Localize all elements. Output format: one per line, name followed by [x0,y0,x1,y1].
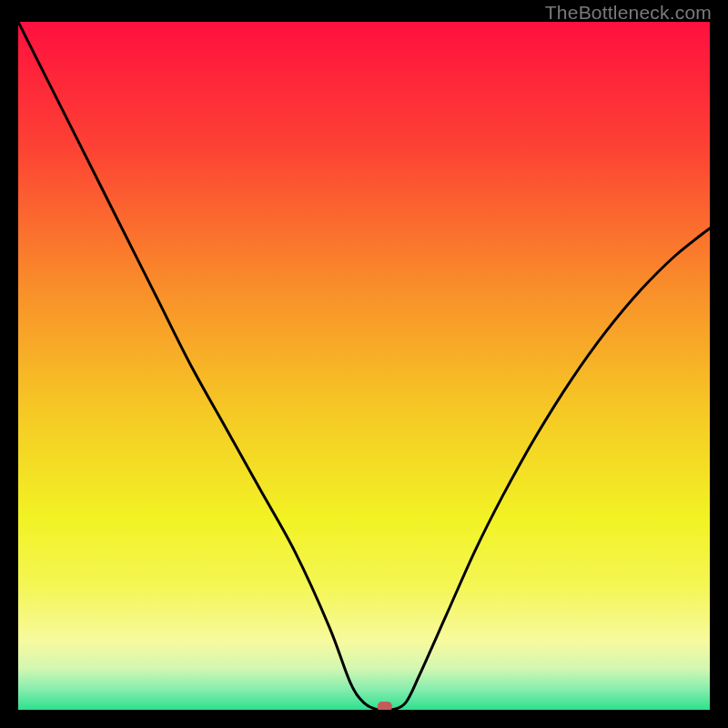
chart-frame: TheBottleneck.com [0,0,728,728]
gradient-background [18,22,710,710]
plot-area [18,22,710,710]
watermark-text: TheBottleneck.com [545,2,712,24]
optimal-marker [378,702,392,710]
chart-svg [18,22,710,710]
